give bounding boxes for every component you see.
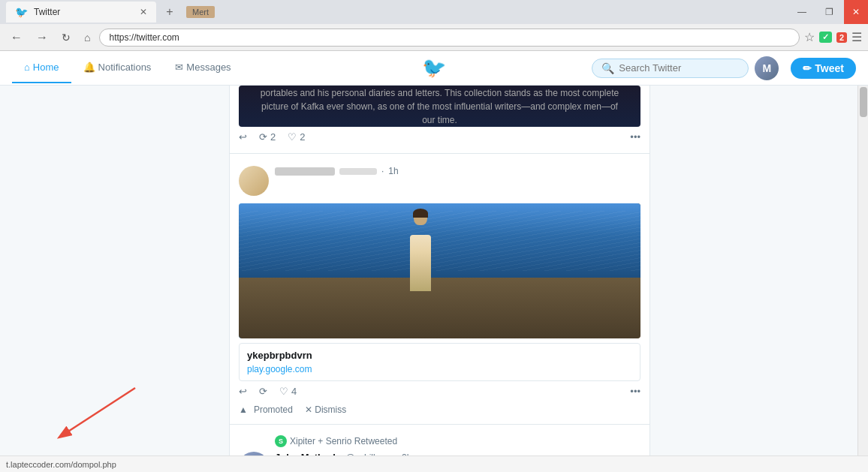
feed: portables and his personal diaries and l… <box>229 86 650 472</box>
user-indicator: Mert <box>186 6 215 18</box>
browser-toolbar: ← → ↻ ⌂ ☆ ✓ 2 ☰ <box>0 24 868 51</box>
tweet-link-card-2[interactable]: ykepbrpbdvrn play.google.com <box>239 343 640 381</box>
senrio-badge: S <box>275 435 287 447</box>
tweet-user-row-2: · 1h <box>239 160 640 199</box>
username-blur-2 <box>275 167 335 176</box>
messages-nav-icon: ✉ <box>175 62 183 73</box>
tweet-label: Tweet <box>815 62 844 74</box>
retweet-icon-1: ⟳ <box>259 131 267 143</box>
tweet-names-2: · 1h <box>275 166 640 176</box>
nav-notifications[interactable]: 🔔 Notifications <box>71 53 164 83</box>
twitter-avatar[interactable]: M <box>755 56 779 80</box>
notifications-nav-icon: 🔔 <box>83 62 95 73</box>
restore-btn[interactable]: ❐ <box>817 0 841 24</box>
menu-icon[interactable]: ☰ <box>851 30 862 44</box>
tweet-dot-2: · <box>381 166 384 176</box>
tweet-avatar-2 <box>239 166 269 196</box>
like-btn-1[interactable]: ♡ 2 <box>288 131 305 143</box>
tweet-button[interactable]: ✏ Tweet <box>791 58 856 79</box>
search-icon: 🔍 <box>601 62 614 74</box>
twitter-nav: ⌂ Home 🔔 Notifications ✉ Messages <box>12 53 243 83</box>
nav-home[interactable]: ⌂ Home <box>12 53 71 83</box>
bookmark-icon[interactable]: ☆ <box>804 30 815 44</box>
browser-tab[interactable]: 🐦 Twitter ✕ <box>6 2 156 23</box>
address-bar[interactable] <box>99 29 799 47</box>
retweet-btn-1[interactable]: ⟳ 2 <box>259 131 276 143</box>
retweet-indicator: S Xipiter + Senrio Retweeted <box>275 432 640 447</box>
messages-nav-label: Messages <box>186 62 231 73</box>
tweet-icon: ✏ <box>803 62 812 74</box>
tweet-card-1: portables and his personal diaries and l… <box>230 86 649 154</box>
tweet-media-2[interactable] <box>239 203 640 338</box>
kafka-text: portables and his personal diaries and l… <box>239 86 640 127</box>
home-button[interactable]: ⌂ <box>80 30 95 45</box>
twitter-header: ⌂ Home 🔔 Notifications ✉ Messages 🐦 🔍 M … <box>0 51 868 86</box>
link-domain-2: play.google.com <box>240 364 640 380</box>
main-content: portables and his personal diaries and l… <box>0 86 868 472</box>
extension-green[interactable]: ✓ <box>819 32 832 43</box>
like-icon-1: ♡ <box>288 131 297 143</box>
tweet-image-kafka: portables and his personal diaries and l… <box>239 86 640 127</box>
search-input[interactable] <box>619 62 739 74</box>
minimize-btn[interactable]: — <box>790 0 814 24</box>
close-btn[interactable]: ✕ <box>844 0 868 24</box>
twitter-logo: 🐦 <box>422 56 446 80</box>
search-box[interactable]: 🔍 <box>592 59 749 78</box>
window-controls: — ❐ ✕ <box>790 0 868 24</box>
promoted-text: Promoted <box>254 404 293 415</box>
tab-icon: 🐦 <box>15 6 28 18</box>
link-title-2: ykepbrpbdvrn <box>240 344 640 364</box>
tweet-actions-2: ↩ ⟳ ♡ 4 ••• <box>239 381 640 401</box>
extension-red[interactable]: 2 <box>836 32 847 43</box>
home-nav-icon: ⌂ <box>24 62 30 73</box>
browser-scrollbar[interactable] <box>857 86 868 472</box>
nav-messages[interactable]: ✉ Messages <box>163 53 243 83</box>
tweet-card-2: · 1h <box>230 154 649 425</box>
more-btn-1[interactable]: ••• <box>630 131 640 143</box>
browser-titlebar: 🐦 Twitter ✕ + Mert — ❐ ✕ <box>0 0 868 24</box>
new-tab-btn[interactable]: + <box>159 2 180 23</box>
retweet-btn-2[interactable]: ⟳ <box>259 386 267 397</box>
toolbar-right: ☆ ✓ 2 ☰ <box>804 30 862 44</box>
right-sidebar <box>650 86 868 472</box>
promoted-row: ▲ Promoted ✕ Dismiss <box>239 401 640 418</box>
tweet-user-info-2: · 1h <box>275 166 640 176</box>
left-sidebar <box>0 86 229 472</box>
retweet-count-1: 2 <box>270 131 276 143</box>
twitter-search: 🔍 M ✏ Tweet <box>592 56 856 80</box>
dismiss-btn[interactable]: ✕ Dismiss <box>305 404 346 415</box>
notifications-nav-label: Notifications <box>98 62 152 73</box>
tweet-actions-1: ↩ ⟳ 2 ♡ 2 ••• <box>239 127 640 147</box>
reply-btn-1[interactable]: ↩ <box>239 131 247 143</box>
reply-btn-2[interactable]: ↩ <box>239 386 247 397</box>
status-bar: t.lapteccoder.com/dompol.php <box>0 455 868 472</box>
tab-close-icon[interactable]: ✕ <box>140 7 147 17</box>
like-count-2: 4 <box>291 386 297 397</box>
promoted-icon: ▲ <box>239 404 248 415</box>
refresh-button[interactable]: ↻ <box>57 30 75 45</box>
like-count-1: 2 <box>300 131 305 143</box>
like-icon-2: ♡ <box>279 386 288 397</box>
more-btn-2[interactable]: ••• <box>630 386 640 397</box>
tab-title: Twitter <box>34 7 134 17</box>
handle-blur-2 <box>339 168 377 175</box>
scrollbar-thumb[interactable] <box>860 87 867 117</box>
back-button[interactable]: ← <box>6 29 27 46</box>
home-nav-label: Home <box>33 62 59 73</box>
like-btn-2[interactable]: ♡ 4 <box>279 386 297 397</box>
retweet-indicator-text: Xipiter + Senrio Retweeted <box>290 436 397 446</box>
tweet-time-2: 1h <box>388 166 398 176</box>
status-url: t.lapteccoder.com/dompol.php <box>6 460 116 469</box>
forward-button[interactable]: → <box>32 29 53 46</box>
